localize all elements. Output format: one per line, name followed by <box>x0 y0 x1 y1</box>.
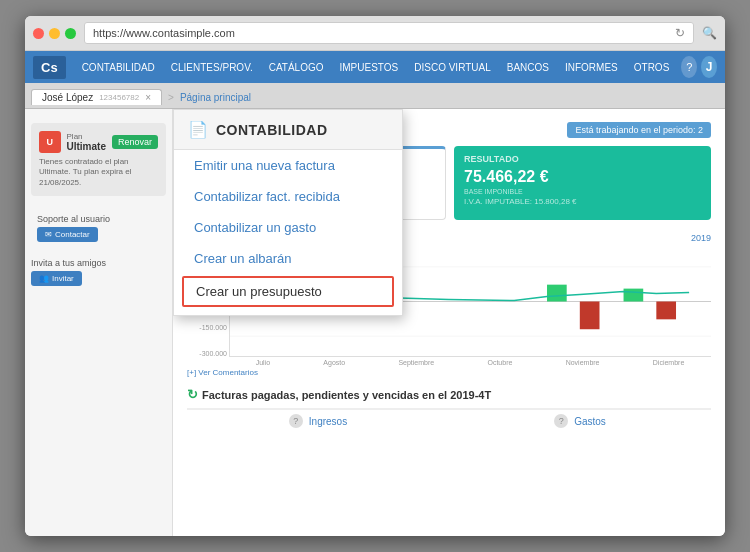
help-ingresos-icon[interactable]: ? <box>289 414 303 428</box>
search-icon[interactable]: 🔍 <box>702 26 717 40</box>
nav-bar: Cs CONTABILIDAD CLIENTES/PROV. CATÁLOGO … <box>25 51 725 83</box>
tab-ingresos[interactable]: ? Ingresos <box>187 408 449 432</box>
main-content: José López Está trabajando en el periodo… <box>173 109 725 536</box>
contabilidad-dropdown[interactable]: 📄 CONTABILIDAD Emitir una nueva factura … <box>173 109 403 316</box>
nav-item-clientes[interactable]: CLIENTES/PROV. <box>163 56 261 79</box>
nav-item-bancos[interactable]: BANCOS <box>499 56 557 79</box>
maximize-button[interactable] <box>65 28 76 39</box>
nav-item-informes[interactable]: INFORMES <box>557 56 626 79</box>
menu-item-contabilizar-gasto[interactable]: Contabilizar un gasto <box>174 212 402 243</box>
tab-close-icon[interactable]: × <box>145 92 151 103</box>
bottom-section: ↻ Facturas pagadas, pendientes y vencida… <box>173 381 725 438</box>
minimize-button[interactable] <box>49 28 60 39</box>
svg-rect-5 <box>624 289 644 302</box>
breadcrumb-separator: > <box>168 92 174 103</box>
dropdown-title: CONTABILIDAD <box>216 122 328 138</box>
tab-user: José López <box>42 92 93 103</box>
user-avatar[interactable]: J <box>701 56 717 78</box>
menu-item-nueva-factura[interactable]: Emitir una nueva factura <box>174 150 402 181</box>
chart-year: 2019 <box>691 233 711 243</box>
resultado-value: 75.466,22 € <box>464 168 701 186</box>
tab-id: 123456782 <box>99 93 139 102</box>
renew-button[interactable]: Renovar <box>112 135 158 149</box>
tab-gastos[interactable]: ? Gastos <box>449 408 711 432</box>
document-icon: 📄 <box>188 120 208 139</box>
close-button[interactable] <box>33 28 44 39</box>
invite-icon: 👥 <box>39 274 49 283</box>
nav-logo[interactable]: Cs <box>33 56 66 79</box>
svg-rect-6 <box>580 302 600 330</box>
browser-chrome: https://www.contasimple.com ↻ 🔍 <box>25 16 725 51</box>
chart-x-labels: Julio Agosto Septiembre Octubre Noviembr… <box>187 359 711 366</box>
bottom-title: ↻ Facturas pagadas, pendientes y vencida… <box>187 387 711 402</box>
traffic-lights <box>33 28 76 39</box>
menu-item-crear-albaran[interactable]: Crear un albarán <box>174 243 402 274</box>
plan-name-label: Plan <box>67 132 106 141</box>
sidebar-support: Soporte al usuario ✉ Contactar <box>31 208 166 248</box>
tab-bar: José López 123456782 × > Página principa… <box>25 83 725 109</box>
support-label: Soporte al usuario <box>37 214 160 224</box>
plan-description: Tienes contratado el plan Ultimate. Tu p… <box>39 157 158 188</box>
contact-button[interactable]: ✉ Contactar <box>37 227 98 242</box>
svg-rect-7 <box>656 302 676 320</box>
resultado-card: RESULTADO 75.466,22 € BASE IMPONIBLE I.V… <box>454 146 711 220</box>
help-button[interactable]: ? <box>681 56 697 78</box>
help-gastos-icon[interactable]: ? <box>554 414 568 428</box>
resultado-sub2: BASE IMPONIBLE <box>464 188 701 195</box>
page-link[interactable]: Página principal <box>180 92 251 103</box>
nav-item-catalogo[interactable]: CATÁLOGO <box>261 56 332 79</box>
chart-comments-link[interactable]: [+] Ver Comentarios <box>187 368 711 377</box>
nav-item-disco[interactable]: DISCO VIRTUAL <box>406 56 499 79</box>
period-badge: Está trabajando en el periodo: 2 <box>567 122 711 138</box>
reload-icon[interactable]: ↻ <box>675 26 685 40</box>
plan-tier: Ultimate <box>67 141 106 152</box>
plan-logo: U <box>39 131 61 153</box>
nav-item-otros[interactable]: OTROS <box>626 56 678 79</box>
nav-item-contabilidad[interactable]: CONTABILIDAD <box>74 56 163 79</box>
resultado-sub: I.V.A. IMPUTABLE: 15.800,28 € <box>464 197 701 206</box>
sidebar: U Plan Ultimate Renovar Tienes contratad… <box>25 109 173 536</box>
invite-button[interactable]: 👥 Invitar <box>31 271 82 286</box>
bottom-tabs: ? Ingresos ? Gastos <box>187 408 711 432</box>
content-area: U Plan Ultimate Renovar Tienes contratad… <box>25 109 725 536</box>
nav-item-impuestos[interactable]: IMPUESTOS <box>332 56 407 79</box>
invite-label: Invita a tus amigos <box>31 258 166 268</box>
resultado-label: RESULTADO <box>464 154 701 164</box>
url-bar[interactable]: https://www.contasimple.com ↻ <box>84 22 694 44</box>
sidebar-invite: Invita a tus amigos 👥 Invitar <box>31 258 166 286</box>
refresh-icon: ↻ <box>187 387 198 402</box>
email-icon: ✉ <box>45 230 52 239</box>
menu-item-fact-recibida[interactable]: Contabilizar fact. recibida <box>174 181 402 212</box>
dropdown-header: 📄 CONTABILIDAD <box>174 110 402 150</box>
svg-rect-4 <box>547 285 567 302</box>
url-text: https://www.contasimple.com <box>93 27 671 39</box>
menu-item-crear-presupuesto[interactable]: Crear un presupuesto <box>182 276 394 307</box>
sidebar-plan: U Plan Ultimate Renovar Tienes contratad… <box>31 123 166 196</box>
tab-jose-lopez[interactable]: José López 123456782 × <box>31 89 162 105</box>
